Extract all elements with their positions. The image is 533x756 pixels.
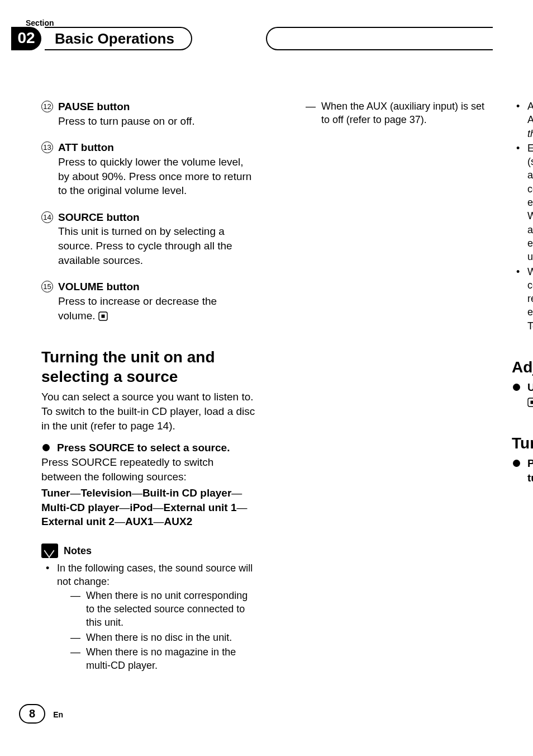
page-footer: 8 En <box>19 704 63 724</box>
item-description: Press to turn pause on or off. <box>58 115 195 127</box>
turning-on-intro: You can select a source you want to list… <box>41 390 256 433</box>
press-source-line: Press SOURCE to select a source. <box>41 441 256 455</box>
item-description: This unit is turned on by selecting a so… <box>58 225 232 266</box>
svg-rect-5 <box>531 400 534 404</box>
chapter-title: Basic Operations <box>45 27 192 50</box>
adjust-volume-line: Use VOLUME to adjust the sound level. <box>512 380 533 409</box>
circled-number-icon: 12 <box>41 101 53 112</box>
heading-adjusting-volume: Adjusting the volume <box>512 357 533 377</box>
header-decorative-pill <box>266 27 493 50</box>
item-source: 14 SOURCE button This unit is turned on … <box>41 210 256 268</box>
turn-off-line: Press SOURCE and hold until the unit tur… <box>512 456 533 485</box>
note-item: AUX1 is set to on by default. Turn off t… <box>514 100 533 140</box>
press-source-repeat: Press SOURCE repeatedly to switch betwee… <box>41 455 256 484</box>
note-subitem: When there is no magazine in the multi-C… <box>70 645 256 673</box>
item-volume: 15 VOLUME button Press to increase or de… <box>41 280 256 323</box>
notes-label: Notes <box>64 544 92 557</box>
note-subitem: When the AUX (auxiliary input) is set to… <box>306 100 492 127</box>
heading-turning-on: Turning the unit on and selecting a sour… <box>41 347 256 386</box>
content-columns: 12 PAUSE button Press to turn pause on o… <box>41 100 492 683</box>
notes-header: Notes <box>41 544 256 558</box>
svg-rect-1 <box>101 314 104 318</box>
source-chain: Tuner—Television—Built-in CD player—Mult… <box>41 486 256 529</box>
item-title: ATT button <box>58 141 114 153</box>
heading-turning-off: Turning the unit off <box>512 433 533 453</box>
note-subitem: When there is no unit corresponding to t… <box>70 589 256 630</box>
item-description: Press to quickly lower the volume level,… <box>58 156 251 196</box>
circled-number-icon: 13 <box>41 141 53 153</box>
item-title: PAUSE button <box>58 101 130 112</box>
item-description: Press to increase or decrease the volume… <box>58 295 217 322</box>
note-item: External unit refers to a Pioneer produc… <box>514 141 533 264</box>
stop-icon <box>98 311 108 321</box>
item-title: VOLUME button <box>58 281 140 292</box>
note-subitem: When there is no disc in the unit. <box>70 631 256 644</box>
circled-number-icon: 15 <box>41 281 53 292</box>
pencil-note-icon <box>41 544 58 558</box>
language-code: En <box>53 710 63 720</box>
page-number: 8 <box>19 704 45 724</box>
item-att: 13 ATT button Press to quickly lower the… <box>41 140 256 198</box>
stop-icon <box>527 398 533 407</box>
section-number-badge: 02 <box>11 27 41 50</box>
numbered-item-list: 12 PAUSE button Press to turn pause on o… <box>41 100 256 323</box>
note-item: When this unit's blue/white lead is conn… <box>514 265 533 333</box>
item-title: SOURCE button <box>58 211 140 223</box>
circled-number-icon: 14 <box>41 211 53 223</box>
item-pause: 12 PAUSE button Press to turn pause on o… <box>41 100 256 128</box>
